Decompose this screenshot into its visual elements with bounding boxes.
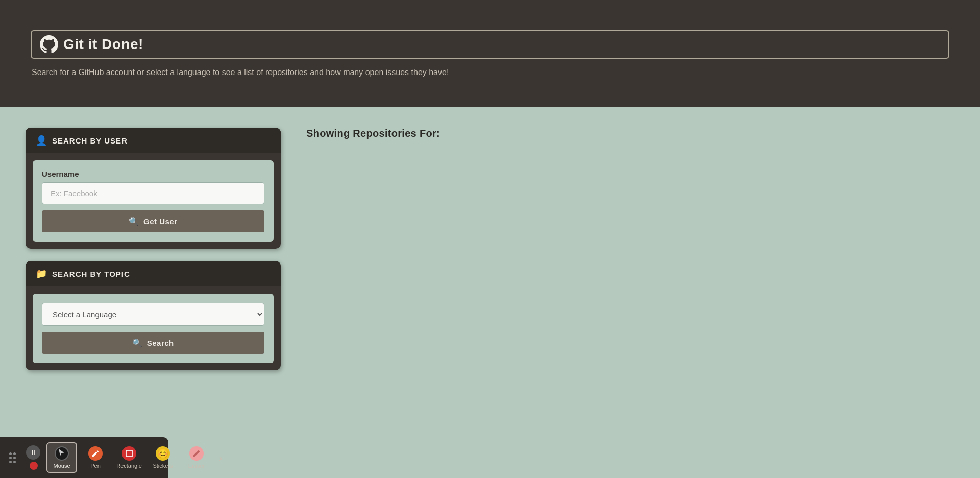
user-icon: 👤 [36,135,47,146]
dot [13,457,16,459]
username-input[interactable] [42,182,264,204]
record-dot [30,462,38,470]
search-by-user-card: 👤 SEARCH BY USER Username 🔍 Get User [26,128,281,249]
header-subtitle: Search for a GitHub account or select a … [32,68,949,77]
record-controls: ⏸ [23,445,43,470]
toolbar: ⏸ Mouse Pen Rectangle 😊 [0,437,168,478]
right-panel: Showing Repositories For: [301,128,954,458]
left-panel: 👤 SEARCH BY USER Username 🔍 Get User 📁 S… [26,128,281,458]
search-by-topic-header: 📁 SEARCH BY TOPIC [26,261,281,286]
search-icon: 🔍 [129,217,139,226]
pause-button[interactable]: ⏸ [26,445,40,460]
rectangle-icon [122,446,136,461]
github-icon [40,35,58,54]
username-label: Username [42,170,264,178]
logo-title: Git it Done! [63,36,143,53]
search-by-user-body: Username 🔍 Get User [33,160,274,242]
dot [13,452,16,455]
dot-row-1 [9,452,16,455]
eraser-label: Eraser [188,463,205,469]
stickers-label: Stickers [153,463,173,469]
dot [9,452,12,455]
showing-title: Showing Repositories For: [306,128,949,139]
dot-row-3 [9,461,16,463]
mouse-icon [55,446,69,461]
search-by-user-header: 👤 SEARCH BY USER [26,128,281,153]
search-label: Search [147,339,174,347]
header: Git it Done! Search for a GitHub account… [0,0,980,107]
logo-box: Git it Done! [31,30,949,59]
get-user-label: Get User [143,217,178,226]
tool-eraser[interactable]: Eraser [181,442,212,473]
search-by-topic-title: SEARCH BY TOPIC [52,270,130,278]
search-by-user-title: SEARCH BY USER [52,136,128,145]
tool-rectangle[interactable]: Rectangle [114,442,144,473]
get-user-button[interactable]: 🔍 Get User [42,210,264,232]
search-by-topic-card: 📁 SEARCH BY TOPIC Select a Language Java… [26,261,281,370]
dot [13,461,16,463]
dot-row-2 [9,457,16,459]
toolbar-grip[interactable] [5,448,20,467]
search-by-topic-body: Select a Language JavaScript Python Java… [33,294,274,363]
mouse-label: Mouse [53,463,70,469]
search-icon-topic: 🔍 [132,338,143,348]
tool-mouse[interactable]: Mouse [46,442,77,473]
pen-label: Pen [90,463,101,469]
toolbar-collapse-button[interactable]: › [215,448,227,468]
tool-stickers[interactable]: 😊 Stickers [148,442,178,473]
folder-icon: 📁 [36,268,47,279]
dot [9,461,12,463]
pen-icon [88,446,103,461]
search-button[interactable]: 🔍 Search [42,332,264,354]
stickers-icon: 😊 [156,446,170,461]
tool-pen[interactable]: Pen [80,442,111,473]
eraser-icon [189,446,204,461]
dot [9,457,12,459]
main-content: 👤 SEARCH BY USER Username 🔍 Get User 📁 S… [0,107,980,478]
svg-rect-0 [126,450,132,457]
rectangle-label: Rectangle [116,463,142,469]
language-select[interactable]: Select a Language JavaScript Python Java… [42,303,264,326]
